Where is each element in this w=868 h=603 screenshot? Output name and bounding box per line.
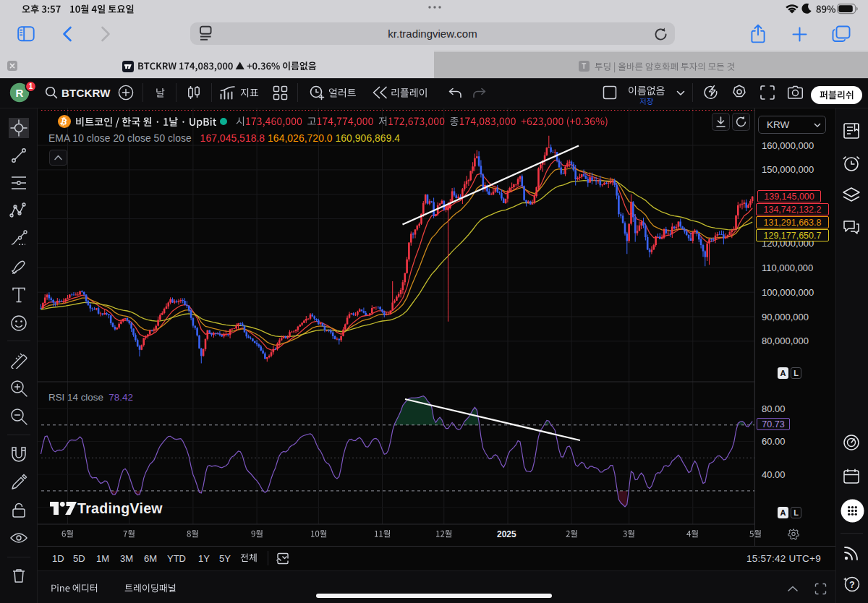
svg-text:R: R <box>16 87 24 99</box>
svg-text:?: ? <box>849 580 854 590</box>
svg-text:TradingView: TradingView <box>77 500 163 516</box>
svg-text:1: 1 <box>29 82 33 90</box>
